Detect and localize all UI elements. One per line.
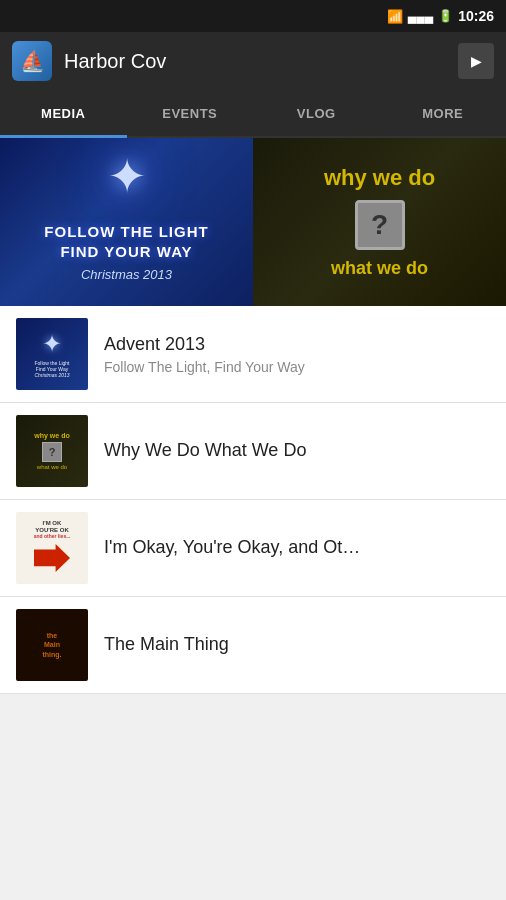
list-item-subtitle: Follow The Light, Find Your Way [104,359,490,375]
tab-more[interactable]: MORE [380,92,507,138]
app-header: ⛵ Harbor Cov [0,32,506,90]
app-title: Harbor Cov [64,50,166,73]
list-item[interactable]: theMainthing. The Main Thing [0,597,506,694]
media-list: ✦ Follow the LightFind Your WayChristmas… [0,306,506,694]
list-info-why: Why We Do What We Do [104,439,490,462]
question-box: ? [355,200,405,250]
list-info-main: The Main Thing [104,633,490,656]
app-logo: ⛵ [12,41,52,81]
tab-vlog[interactable]: VLOG [253,92,380,138]
list-thumb-main: theMainthing. [16,609,88,681]
list-item-title: Advent 2013 [104,333,490,356]
list-info-advent: Advent 2013 Follow The Light, Find Your … [104,333,490,374]
banner-right[interactable]: why we do ? what we do [253,138,506,306]
list-item[interactable]: I'M OKYOU'RE OKand other lies... I'm Oka… [0,500,506,597]
list-item[interactable]: why we do ? what we do Why We Do What We… [0,403,506,500]
list-item-title: I'm Okay, You're Okay, and Ot… [104,536,490,559]
banner-right-bottom-title: what we do [331,258,428,279]
wifi-icon: 📶 [387,9,403,24]
tab-events[interactable]: EVENTS [127,92,254,138]
status-bar: 📶 ▄▄▄ 🔋 10:26 [0,0,506,32]
play-button[interactable] [458,43,494,79]
banner-left-title: Follow the Light Find Your Way [44,222,208,261]
status-icons: 📶 ▄▄▄ 🔋 10:26 [387,8,494,24]
list-item-title: Why We Do What We Do [104,439,490,462]
list-info-imok: I'm Okay, You're Okay, and Ot… [104,536,490,559]
list-thumb-why: why we do ? what we do [16,415,88,487]
featured-banner[interactable]: ✦ Follow the Light Find Your Way Christm… [0,138,506,306]
list-thumb-imok: I'M OKYOU'RE OKand other lies... [16,512,88,584]
star-icon: ✦ [107,153,147,201]
app-header-left: ⛵ Harbor Cov [12,41,166,81]
tab-bar: MEDIA EVENTS VLOG MORE [0,90,506,138]
list-thumb-advent: ✦ Follow the LightFind Your WayChristmas… [16,318,88,390]
battery-icon: 🔋 [438,9,453,23]
question-mark-icon: ? [371,209,388,241]
tab-media[interactable]: MEDIA [0,92,127,138]
banner-left-subtitle: Christmas 2013 [81,267,172,282]
banner-right-top-title: why we do [324,165,435,191]
signal-icon: ▄▄▄ [408,9,434,23]
status-time: 10:26 [458,8,494,24]
list-item-title: The Main Thing [104,633,490,656]
banner-left[interactable]: ✦ Follow the Light Find Your Way Christm… [0,138,253,306]
list-item[interactable]: ✦ Follow the LightFind Your WayChristmas… [0,306,506,403]
